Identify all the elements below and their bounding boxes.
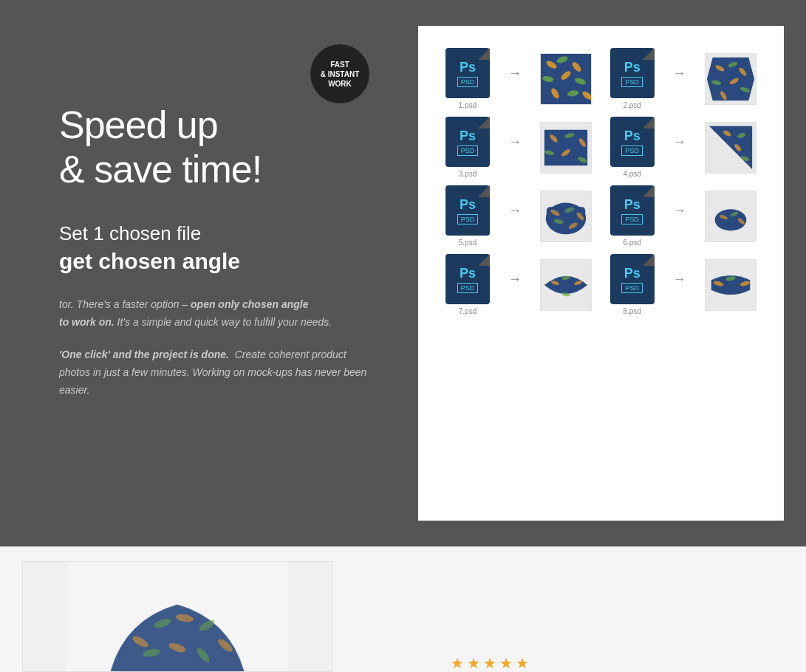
product-image — [66, 561, 288, 671]
psd-icon-1: Ps PSD — [445, 48, 490, 98]
preview-6 — [705, 191, 757, 242]
preview-7 — [540, 259, 592, 311]
psd-icon-2: Ps PSD — [610, 48, 655, 98]
star-2: ★ — [467, 654, 480, 672]
mockup-row-2: Ps PSD 3.psd → — [433, 117, 769, 178]
preview-5 — [540, 191, 592, 242]
badge-text: FAST& INSTANTWORK — [321, 60, 360, 89]
preview-2 — [705, 53, 757, 105]
mockup-item-8: Ps PSD 8.psd — [610, 254, 655, 315]
arrow-3: → — [508, 134, 522, 150]
mockup-item-7: Ps PSD 7.psd — [445, 254, 490, 315]
star-4: ★ — [499, 654, 513, 672]
arrow-7: → — [508, 272, 522, 287]
body-text-1: tor. There's a faster option – open only… — [59, 296, 374, 332]
left-panel: FAST& INSTANTWORK Speed up & save time! … — [0, 0, 418, 546]
star-3: ★ — [483, 654, 496, 672]
subheadline-light: Set 1 chosen file — [59, 222, 374, 247]
bottom-section: ★ ★ ★ ★ ★ — [0, 546, 806, 672]
star-1: ★ — [451, 654, 464, 672]
psd-icon-8: Ps PSD — [610, 254, 655, 304]
arrow-6: → — [673, 203, 686, 219]
star-5: ★ — [516, 654, 529, 672]
psd-icon-5: Ps PSD — [445, 185, 490, 236]
subheadline-bold: get chosen angle — [59, 249, 374, 274]
fast-instant-work-badge: FAST& INSTANTWORK — [310, 44, 369, 103]
body-text-2: 'One click' and the project is done. Cre… — [59, 346, 374, 399]
preview-1 — [540, 53, 592, 105]
psd-icon-4: Ps PSD — [610, 117, 655, 167]
right-panel-mockup: Ps PSD 1.psd → — [418, 26, 784, 521]
arrow-8: → — [673, 272, 686, 287]
preview-3 — [540, 122, 592, 174]
preview-4 — [705, 122, 757, 174]
preview-8 — [705, 259, 757, 311]
mockup-item-6: Ps PSD 6.psd — [610, 185, 655, 247]
bottom-right-panel: ★ ★ ★ ★ ★ — [428, 546, 806, 672]
bottom-left-panel — [0, 546, 428, 672]
headline: Speed up & save time! — [59, 103, 374, 192]
arrow-2: → — [673, 66, 686, 81]
psd-icon-3: Ps PSD — [445, 117, 490, 167]
arrow-1: → — [508, 66, 522, 81]
mockup-item-4: Ps PSD 4.psd — [610, 117, 655, 178]
mockup-item-2: Ps PSD 2.psd — [610, 48, 655, 109]
mockup-item-3: Ps PSD 3.psd — [445, 117, 490, 178]
mockup-row-3: Ps PSD 5.psd → — [433, 185, 769, 247]
star-rating: ★ ★ ★ ★ ★ — [451, 654, 784, 672]
mockup-item-5: Ps PSD 5.psd — [445, 185, 490, 247]
mockup-row-4: Ps PSD 7.psd → — [433, 254, 769, 315]
top-section: FAST& INSTANTWORK Speed up & save time! … — [0, 0, 806, 546]
mockup-item-1: Ps PSD 1.psd — [445, 48, 490, 109]
arrow-5: → — [508, 203, 522, 219]
mockup-row-1: Ps PSD 1.psd → — [433, 48, 769, 109]
psd-icon-7: Ps PSD — [445, 254, 490, 304]
arrow-4: → — [673, 134, 686, 150]
psd-icon-6: Ps PSD — [610, 185, 655, 236]
